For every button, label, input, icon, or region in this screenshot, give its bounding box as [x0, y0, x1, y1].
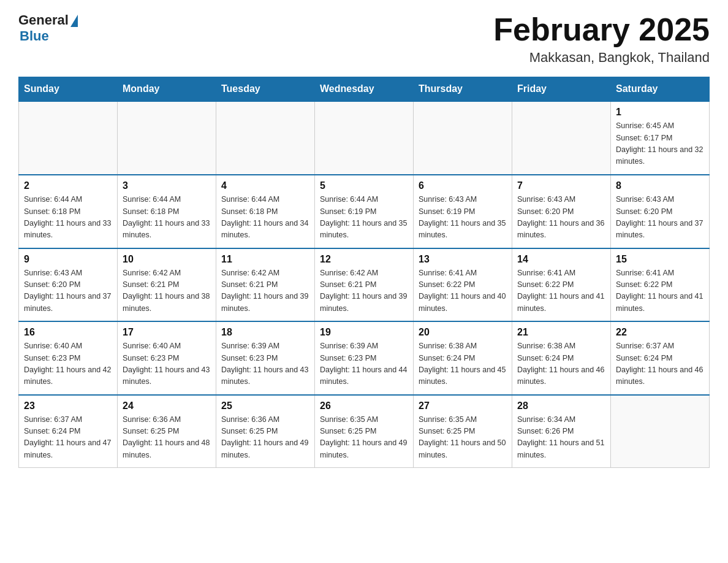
- day-info: Sunrise: 6:41 AMSunset: 6:22 PMDaylight:…: [419, 267, 507, 315]
- day-number: 14: [517, 254, 605, 265]
- weekday-header-tuesday: Tuesday: [216, 77, 315, 102]
- page-header: General Blue February 2025 Makkasan, Ban…: [18, 12, 710, 66]
- calendar-cell: [611, 395, 710, 468]
- day-info: Sunrise: 6:36 AMSunset: 6:25 PMDaylight:…: [123, 414, 211, 462]
- location-text: Makkasan, Bangkok, Thailand: [493, 50, 710, 66]
- calendar-cell: 4Sunrise: 6:44 AMSunset: 6:18 PMDaylight…: [216, 175, 315, 248]
- calendar-table: SundayMondayTuesdayWednesdayThursdayFrid…: [18, 77, 710, 468]
- day-number: 7: [517, 180, 605, 191]
- day-number: 2: [24, 180, 112, 191]
- weekday-header-thursday: Thursday: [414, 77, 512, 102]
- day-number: 18: [221, 327, 309, 338]
- weekday-header-wednesday: Wednesday: [315, 77, 414, 102]
- day-info: Sunrise: 6:38 AMSunset: 6:24 PMDaylight:…: [419, 340, 507, 388]
- calendar-cell: 18Sunrise: 6:39 AMSunset: 6:23 PMDayligh…: [216, 321, 315, 395]
- day-number: 21: [517, 327, 605, 338]
- day-info: Sunrise: 6:36 AMSunset: 6:25 PMDaylight:…: [221, 414, 309, 462]
- day-info: Sunrise: 6:45 AMSunset: 6:17 PMDaylight:…: [616, 120, 704, 168]
- day-number: 4: [221, 180, 309, 191]
- calendar-cell: [512, 101, 611, 175]
- logo: General Blue: [18, 12, 78, 44]
- day-info: Sunrise: 6:43 AMSunset: 6:20 PMDaylight:…: [517, 194, 605, 242]
- day-number: 6: [419, 180, 507, 191]
- day-number: 11: [221, 254, 309, 265]
- day-number: 5: [320, 180, 408, 191]
- calendar-cell: [216, 101, 315, 175]
- weekday-header-sunday: Sunday: [19, 77, 118, 102]
- calendar-cell: [414, 101, 512, 175]
- day-number: 17: [123, 327, 211, 338]
- day-info: Sunrise: 6:43 AMSunset: 6:20 PMDaylight:…: [24, 267, 112, 315]
- day-info: Sunrise: 6:40 AMSunset: 6:23 PMDaylight:…: [24, 340, 112, 388]
- calendar-cell: 10Sunrise: 6:42 AMSunset: 6:21 PMDayligh…: [118, 248, 216, 322]
- day-number: 8: [616, 180, 704, 191]
- calendar-week-row: 1Sunrise: 6:45 AMSunset: 6:17 PMDaylight…: [19, 101, 710, 175]
- day-number: 20: [419, 327, 507, 338]
- day-info: Sunrise: 6:37 AMSunset: 6:24 PMDaylight:…: [24, 414, 112, 462]
- calendar-cell: 25Sunrise: 6:36 AMSunset: 6:25 PMDayligh…: [216, 395, 315, 468]
- month-title: February 2025: [493, 12, 710, 47]
- day-info: Sunrise: 6:39 AMSunset: 6:23 PMDaylight:…: [221, 340, 309, 388]
- calendar-cell: 2Sunrise: 6:44 AMSunset: 6:18 PMDaylight…: [19, 175, 118, 248]
- calendar-cell: 23Sunrise: 6:37 AMSunset: 6:24 PMDayligh…: [19, 395, 118, 468]
- day-number: 27: [419, 400, 507, 412]
- day-info: Sunrise: 6:41 AMSunset: 6:22 PMDaylight:…: [517, 267, 605, 315]
- calendar-cell: 7Sunrise: 6:43 AMSunset: 6:20 PMDaylight…: [512, 175, 611, 248]
- day-number: 26: [320, 400, 408, 412]
- calendar-cell: 22Sunrise: 6:37 AMSunset: 6:24 PMDayligh…: [611, 321, 710, 395]
- calendar-cell: 19Sunrise: 6:39 AMSunset: 6:23 PMDayligh…: [315, 321, 414, 395]
- day-number: 10: [123, 254, 211, 265]
- calendar-cell: 14Sunrise: 6:41 AMSunset: 6:22 PMDayligh…: [512, 248, 611, 322]
- calendar-cell: 21Sunrise: 6:38 AMSunset: 6:24 PMDayligh…: [512, 321, 611, 395]
- day-number: 19: [320, 327, 408, 338]
- calendar-week-row: 2Sunrise: 6:44 AMSunset: 6:18 PMDaylight…: [19, 175, 710, 248]
- calendar-cell: 24Sunrise: 6:36 AMSunset: 6:25 PMDayligh…: [118, 395, 216, 468]
- calendar-cell: 27Sunrise: 6:35 AMSunset: 6:25 PMDayligh…: [414, 395, 512, 468]
- calendar-cell: 16Sunrise: 6:40 AMSunset: 6:23 PMDayligh…: [19, 321, 118, 395]
- day-info: Sunrise: 6:42 AMSunset: 6:21 PMDaylight:…: [320, 267, 408, 315]
- weekday-header-monday: Monday: [118, 77, 216, 102]
- day-info: Sunrise: 6:44 AMSunset: 6:18 PMDaylight:…: [24, 194, 112, 242]
- day-info: Sunrise: 6:44 AMSunset: 6:19 PMDaylight:…: [320, 194, 408, 242]
- calendar-week-row: 16Sunrise: 6:40 AMSunset: 6:23 PMDayligh…: [19, 321, 710, 395]
- calendar-cell: 17Sunrise: 6:40 AMSunset: 6:23 PMDayligh…: [118, 321, 216, 395]
- day-number: 15: [616, 254, 704, 265]
- calendar-cell: 8Sunrise: 6:43 AMSunset: 6:20 PMDaylight…: [611, 175, 710, 248]
- calendar-cell: 12Sunrise: 6:42 AMSunset: 6:21 PMDayligh…: [315, 248, 414, 322]
- calendar-cell: 13Sunrise: 6:41 AMSunset: 6:22 PMDayligh…: [414, 248, 512, 322]
- day-info: Sunrise: 6:40 AMSunset: 6:23 PMDaylight:…: [123, 340, 211, 388]
- calendar-header: SundayMondayTuesdayWednesdayThursdayFrid…: [19, 77, 710, 102]
- day-info: Sunrise: 6:44 AMSunset: 6:18 PMDaylight:…: [221, 194, 309, 242]
- calendar-body: 1Sunrise: 6:45 AMSunset: 6:17 PMDaylight…: [19, 101, 710, 468]
- day-info: Sunrise: 6:37 AMSunset: 6:24 PMDaylight:…: [616, 340, 704, 388]
- day-info: Sunrise: 6:34 AMSunset: 6:26 PMDaylight:…: [517, 414, 605, 462]
- calendar-cell: [315, 101, 414, 175]
- day-number: 16: [24, 327, 112, 338]
- logo-triangle-icon: [70, 15, 78, 27]
- logo-blue-text: Blue: [20, 28, 49, 44]
- day-number: 12: [320, 254, 408, 265]
- calendar-cell: 26Sunrise: 6:35 AMSunset: 6:25 PMDayligh…: [315, 395, 414, 468]
- day-info: Sunrise: 6:38 AMSunset: 6:24 PMDaylight:…: [517, 340, 605, 388]
- day-number: 1: [616, 107, 704, 118]
- day-number: 3: [123, 180, 211, 191]
- calendar-week-row: 23Sunrise: 6:37 AMSunset: 6:24 PMDayligh…: [19, 395, 710, 468]
- day-info: Sunrise: 6:42 AMSunset: 6:21 PMDaylight:…: [221, 267, 309, 315]
- day-info: Sunrise: 6:44 AMSunset: 6:18 PMDaylight:…: [123, 194, 211, 242]
- day-number: 9: [24, 254, 112, 265]
- logo-general-text: General: [18, 12, 69, 28]
- day-info: Sunrise: 6:35 AMSunset: 6:25 PMDaylight:…: [320, 414, 408, 462]
- calendar-cell: 28Sunrise: 6:34 AMSunset: 6:26 PMDayligh…: [512, 395, 611, 468]
- day-number: 22: [616, 327, 704, 338]
- day-number: 24: [123, 400, 211, 412]
- calendar-week-row: 9Sunrise: 6:43 AMSunset: 6:20 PMDaylight…: [19, 248, 710, 322]
- day-number: 13: [419, 254, 507, 265]
- calendar-cell: 1Sunrise: 6:45 AMSunset: 6:17 PMDaylight…: [611, 101, 710, 175]
- weekday-header-friday: Friday: [512, 77, 611, 102]
- calendar-cell: 11Sunrise: 6:42 AMSunset: 6:21 PMDayligh…: [216, 248, 315, 322]
- calendar-cell: 3Sunrise: 6:44 AMSunset: 6:18 PMDaylight…: [118, 175, 216, 248]
- day-info: Sunrise: 6:41 AMSunset: 6:22 PMDaylight:…: [616, 267, 704, 315]
- calendar-cell: 15Sunrise: 6:41 AMSunset: 6:22 PMDayligh…: [611, 248, 710, 322]
- day-info: Sunrise: 6:35 AMSunset: 6:25 PMDaylight:…: [419, 414, 507, 462]
- calendar-cell: 6Sunrise: 6:43 AMSunset: 6:19 PMDaylight…: [414, 175, 512, 248]
